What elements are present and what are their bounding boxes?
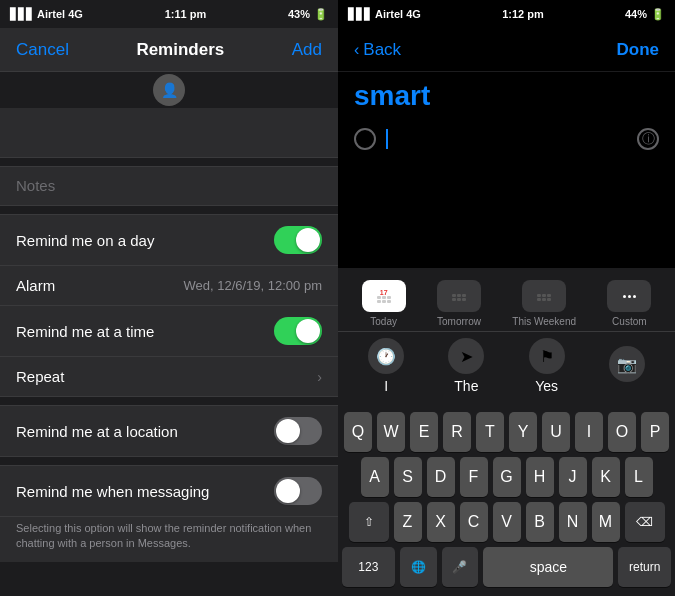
key-b[interactable]: B	[526, 502, 554, 542]
weekend-icon-box	[522, 280, 566, 312]
weekend-label: This Weekend	[512, 316, 576, 327]
key-x[interactable]: X	[427, 502, 455, 542]
autocomplete-item-4[interactable]: 📷	[609, 346, 645, 386]
remind-time-label: Remind me at a time	[16, 323, 154, 340]
toggle-knob-3	[276, 419, 300, 443]
repeat-label: Repeat	[16, 368, 64, 385]
mic-key[interactable]: 🎤	[442, 547, 479, 587]
autocomplete-icon-4: 📷	[609, 346, 645, 382]
shift-key[interactable]: ⇧	[349, 502, 389, 542]
key-a[interactable]: A	[361, 457, 389, 497]
shortcut-tomorrow[interactable]: Tomorrow	[437, 280, 481, 327]
keyboard-row-4: 123 🌐 🎤 space return	[342, 547, 671, 587]
autocomplete-row: 🕐 I ➤ The ⚑ Yes 📷	[338, 332, 675, 400]
shortcut-today[interactable]: 17 Today	[362, 280, 406, 327]
remind-time-row[interactable]: Remind me at a time	[0, 306, 338, 357]
notes-section[interactable]: Notes	[0, 166, 338, 206]
status-bar-right: ▋▋▋ Airtel 4G 1:12 pm 44% 🔋	[338, 0, 675, 28]
key-h[interactable]: H	[526, 457, 554, 497]
autocomplete-item-2[interactable]: ➤ The	[448, 338, 484, 394]
today-icon-box: 17	[362, 280, 406, 312]
autocomplete-text-2: The	[454, 378, 478, 394]
key-i[interactable]: I	[575, 412, 603, 452]
signal-bars-right: ▋▋▋	[348, 8, 372, 21]
key-y[interactable]: Y	[509, 412, 537, 452]
done-button[interactable]: Done	[617, 40, 660, 60]
shortcut-custom[interactable]: Custom	[607, 280, 651, 327]
back-label: Back	[363, 40, 401, 60]
reminder-input-section[interactable]	[0, 108, 338, 158]
shortcut-bar: 17 Today	[338, 268, 675, 408]
key-e[interactable]: E	[410, 412, 438, 452]
autocomplete-text-3: Yes	[535, 378, 558, 394]
back-button[interactable]: ‹ Back	[354, 40, 401, 60]
key-z[interactable]: Z	[394, 502, 422, 542]
left-panel: ▋▋▋ Airtel 4G 1:11 pm 43% 🔋 Cancel Remin…	[0, 0, 338, 596]
reminder-input-row[interactable]: ⓘ	[338, 120, 675, 158]
location-row[interactable]: Remind me at a location	[0, 406, 338, 456]
remind-day-toggle[interactable]	[274, 226, 322, 254]
key-g[interactable]: G	[493, 457, 521, 497]
location-toggle[interactable]	[274, 417, 322, 445]
empty-space	[338, 158, 675, 268]
messaging-label: Remind me when messaging	[16, 483, 209, 500]
autocomplete-icon-2: ➤	[448, 338, 484, 374]
key-d[interactable]: D	[427, 457, 455, 497]
toggle-knob	[296, 228, 320, 252]
key-j[interactable]: J	[559, 457, 587, 497]
messaging-row[interactable]: Remind me when messaging	[0, 466, 338, 517]
globe-key[interactable]: 🌐	[400, 547, 437, 587]
carrier-signal-left: ▋▋▋ Airtel 4G	[10, 8, 83, 21]
key-w[interactable]: W	[377, 412, 405, 452]
custom-label: Custom	[612, 316, 646, 327]
text-cursor	[386, 129, 388, 149]
autocomplete-item-3[interactable]: ⚑ Yes	[529, 338, 565, 394]
key-f[interactable]: F	[460, 457, 488, 497]
shortcut-weekend[interactable]: This Weekend	[512, 280, 576, 327]
key-m[interactable]: M	[592, 502, 620, 542]
battery-percent-right: 44%	[625, 8, 647, 20]
avatar-bar: 👤	[0, 72, 338, 108]
reminder-title: smart	[354, 80, 430, 111]
settings-section: Remind me on a day Alarm Wed, 12/6/19, 1…	[0, 214, 338, 397]
return-key[interactable]: return	[618, 547, 671, 587]
alarm-label: Alarm	[16, 277, 55, 294]
key-t[interactable]: T	[476, 412, 504, 452]
autocomplete-item-1[interactable]: 🕐 I	[368, 338, 404, 394]
key-q[interactable]: Q	[344, 412, 372, 452]
key-s[interactable]: S	[394, 457, 422, 497]
key-u[interactable]: U	[542, 412, 570, 452]
backspace-key[interactable]: ⌫	[625, 502, 665, 542]
toggle-knob-2	[296, 319, 320, 343]
cancel-button[interactable]: Cancel	[16, 40, 69, 60]
key-c[interactable]: C	[460, 502, 488, 542]
repeat-row[interactable]: Repeat ›	[0, 357, 338, 396]
key-r[interactable]: R	[443, 412, 471, 452]
remind-day-row[interactable]: Remind me on a day	[0, 215, 338, 266]
alarm-value: Wed, 12/6/19, 12:00 pm	[183, 278, 322, 293]
key-k[interactable]: K	[592, 457, 620, 497]
autocomplete-icon-1: 🕐	[368, 338, 404, 374]
remind-time-toggle[interactable]	[274, 317, 322, 345]
battery-icon-right: 🔋	[651, 8, 665, 21]
toggle-knob-4	[276, 479, 300, 503]
location-section[interactable]: Remind me at a location	[0, 405, 338, 457]
reminder-checkbox[interactable]	[354, 128, 376, 150]
key-n[interactable]: N	[559, 502, 587, 542]
add-button[interactable]: Add	[292, 40, 322, 60]
battery-group-right: 44% 🔋	[625, 8, 665, 21]
carrier-left: Airtel 4G	[37, 8, 83, 20]
messaging-toggle[interactable]	[274, 477, 322, 505]
alarm-row[interactable]: Alarm Wed, 12/6/19, 12:00 pm	[0, 266, 338, 306]
info-icon[interactable]: ⓘ	[637, 128, 659, 150]
key-p[interactable]: P	[641, 412, 669, 452]
shortcut-icons-row: 17 Today	[338, 276, 675, 332]
number-key[interactable]: 123	[342, 547, 395, 587]
autocomplete-text-1: I	[384, 378, 388, 394]
key-o[interactable]: O	[608, 412, 636, 452]
key-l[interactable]: L	[625, 457, 653, 497]
space-key[interactable]: space	[483, 547, 613, 587]
nav-bar-left: Cancel Reminders Add	[0, 28, 338, 72]
key-v[interactable]: V	[493, 502, 521, 542]
battery-percent-left: 43%	[288, 8, 310, 20]
